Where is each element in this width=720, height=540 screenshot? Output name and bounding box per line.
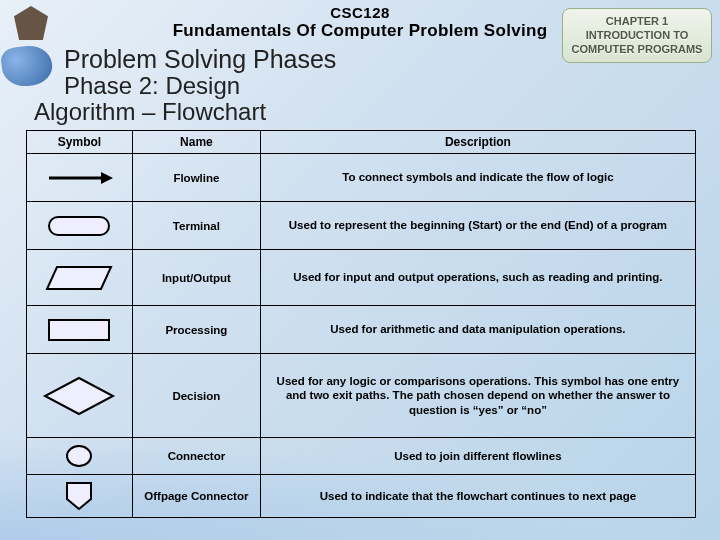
symbol-connector (27, 438, 133, 475)
row-desc: Used for arithmetic and data manipulatio… (260, 306, 695, 354)
cpp-icon (2, 46, 56, 92)
col-desc: Description (260, 131, 695, 154)
svg-point-6 (67, 446, 91, 466)
row-desc: Used for any logic or comparisons operat… (260, 354, 695, 438)
svg-marker-3 (47, 267, 111, 289)
row-name: Offpage Connector (132, 475, 260, 518)
svg-marker-7 (67, 483, 91, 509)
row-desc: Used to join different flowlines (260, 438, 695, 475)
offpage-connector-icon (61, 479, 97, 513)
row-name: Decision (132, 354, 260, 438)
table-row: Offpage Connector Used to indicate that … (27, 475, 696, 518)
title-phase: Phase 2: Design (64, 72, 720, 100)
chapter-line: CHAPTER 1 (567, 15, 707, 29)
symbol-flowline (27, 154, 133, 202)
row-desc: Used to represent the beginning (Start) … (260, 202, 695, 250)
flowline-icon (43, 166, 115, 190)
symbol-processing (27, 306, 133, 354)
title-sub: Algorithm – Flowchart (34, 98, 720, 126)
symbol-decision (27, 354, 133, 438)
table-row: Decision Used for any logic or compariso… (27, 354, 696, 438)
row-name: Connector (132, 438, 260, 475)
chapter-line: COMPUTER PROGRAMS (567, 43, 707, 57)
table-row: Flowline To connect symbols and indicate… (27, 154, 696, 202)
chapter-badge: CHAPTER 1 INTRODUCTION TO COMPUTER PROGR… (562, 8, 712, 63)
row-name: Flowline (132, 154, 260, 202)
decision-icon (39, 374, 119, 418)
terminal-icon (43, 211, 115, 241)
table-row: Input/Output Used for input and output o… (27, 250, 696, 306)
connector-icon (64, 442, 94, 470)
flowchart-symbols-table: Symbol Name Description Flowline To conn… (26, 130, 696, 518)
symbol-io (27, 250, 133, 306)
chapter-line: INTRODUCTION TO (567, 29, 707, 43)
row-desc: Used for input and output operations, su… (260, 250, 695, 306)
row-desc: Used to indicate that the flowchart cont… (260, 475, 695, 518)
table-row: Connector Used to join different flowlin… (27, 438, 696, 475)
col-name: Name (132, 131, 260, 154)
table-row: Terminal Used to represent the beginning… (27, 202, 696, 250)
svg-marker-5 (45, 378, 113, 414)
col-symbol: Symbol (27, 131, 133, 154)
table-header-row: Symbol Name Description (27, 131, 696, 154)
table-row: Processing Used for arithmetic and data … (27, 306, 696, 354)
svg-rect-4 (49, 320, 109, 340)
io-icon (41, 261, 117, 295)
row-name: Processing (132, 306, 260, 354)
symbol-offpage (27, 475, 133, 518)
row-desc: To connect symbols and indicate the flow… (260, 154, 695, 202)
symbol-terminal (27, 202, 133, 250)
row-name: Terminal (132, 202, 260, 250)
svg-marker-1 (101, 172, 113, 184)
row-name: Input/Output (132, 250, 260, 306)
processing-icon (43, 315, 115, 345)
svg-rect-2 (49, 217, 109, 235)
